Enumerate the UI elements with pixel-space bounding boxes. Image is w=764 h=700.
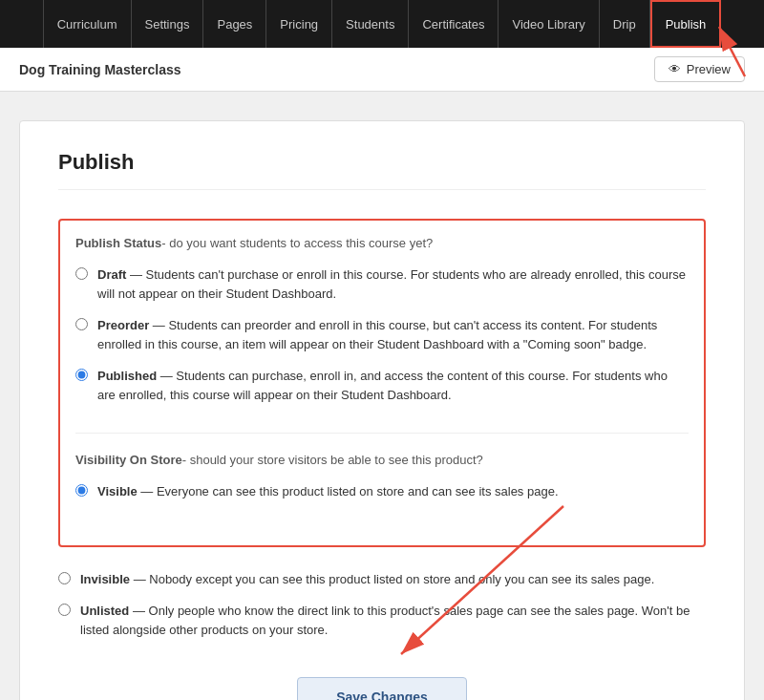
section-divider [75, 433, 689, 434]
visibility-group: Visible — Everyone can see this product … [75, 482, 689, 501]
published-option[interactable]: Published — Students can purchase, enrol… [75, 367, 689, 404]
published-radio[interactable] [75, 369, 88, 381]
nav-curriculum[interactable]: Curriculum [43, 0, 132, 48]
eye-icon: 👁 [668, 62, 681, 76]
draft-radio[interactable] [75, 267, 88, 280]
preview-button[interactable]: 👁 Preview [654, 56, 745, 82]
unlisted-option[interactable]: Unlisted — Only people who know the dire… [58, 602, 706, 639]
nav-students[interactable]: Students [332, 0, 409, 48]
highlighted-section: Publish Status- do you want students to … [58, 219, 706, 547]
visible-option[interactable]: Visible — Everyone can see this product … [75, 482, 689, 501]
page-title: Publish [58, 150, 706, 190]
visibility-section: Visibility On Store- should your store v… [75, 453, 689, 501]
save-changes-button[interactable]: Save Changes [297, 677, 467, 700]
visibility-label: Visibility On Store- should your store v… [75, 453, 689, 467]
preorder-radio[interactable] [75, 318, 88, 330]
publish-status-group: Draft — Students can't purchase or enrol… [75, 265, 689, 404]
unlisted-text: Unlisted — Only people who know the dire… [80, 602, 706, 639]
save-btn-wrapper: Save Changes [58, 677, 706, 700]
nav-video-library[interactable]: Video Library [499, 0, 599, 48]
draft-option[interactable]: Draft — Students can't purchase or enrol… [75, 265, 689, 303]
sub-header: Dog Training Masterclass 👁 Preview [0, 48, 764, 92]
visible-text: Visible — Everyone can see this product … [97, 482, 559, 501]
nav-pages[interactable]: Pages [203, 0, 266, 48]
nav-drip[interactable]: Drip [600, 0, 650, 48]
invisible-option[interactable]: Invisible — Nobody except you can see th… [58, 570, 706, 589]
preorder-option[interactable]: Preorder — Students can preorder and enr… [75, 316, 689, 353]
nav-publish[interactable]: Publish [650, 0, 722, 48]
invisible-text: Invisible — Nobody except you can see th… [80, 570, 654, 589]
nav-pricing[interactable]: Pricing [266, 0, 332, 48]
nav-settings[interactable]: Settings [132, 0, 204, 48]
preview-label: Preview [687, 62, 731, 76]
visible-radio[interactable] [75, 484, 88, 497]
invisible-radio[interactable] [58, 572, 71, 584]
course-title: Dog Training Masterclass [19, 62, 181, 77]
extra-visibility-options: Invisible — Nobody except you can see th… [58, 570, 706, 640]
published-text: Published — Students can purchase, enrol… [97, 367, 689, 404]
main-content: Publish Publish Status- do you want stud… [0, 92, 764, 700]
preorder-text: Preorder — Students can preorder and enr… [97, 316, 689, 353]
nav-certificates[interactable]: Certificates [409, 0, 499, 48]
unlisted-radio[interactable] [58, 604, 71, 616]
content-card: Publish Publish Status- do you want stud… [19, 120, 745, 700]
top-nav: Curriculum Settings Pages Pricing Studen… [0, 0, 764, 48]
draft-text: Draft — Students can't purchase or enrol… [97, 265, 689, 303]
publish-status-label: Publish Status- do you want students to … [75, 236, 689, 250]
